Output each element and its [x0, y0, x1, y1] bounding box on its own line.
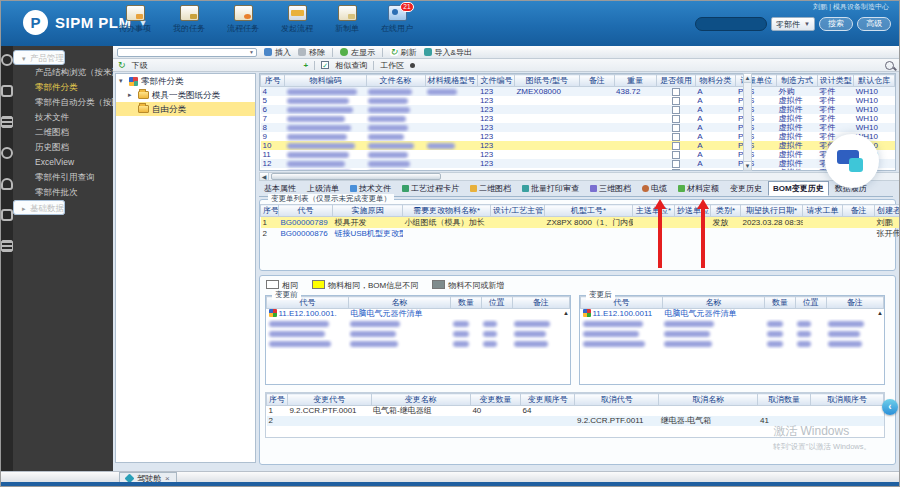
scroll-up-icon[interactable]: ▲: [877, 310, 883, 316]
table-row[interactable]: 1BG00000789模具开发小组图纸（模具）加长ZX8PX 8000（1、门内…: [261, 217, 900, 229]
table-row[interactable]: 5123APCS虚拟件零件WH10: [261, 96, 895, 105]
table-row[interactable]: 11123APCS虚拟件零件WH10: [261, 150, 895, 159]
cell-link[interactable]: 11.E12.100.0011: [593, 309, 653, 318]
column-header[interactable]: 取消代号: [575, 394, 659, 406]
checkbox[interactable]: [672, 142, 680, 150]
tree-node[interactable]: 自由分类: [116, 102, 255, 116]
column-header[interactable]: 设计/工艺主管*: [491, 205, 545, 217]
table-row[interactable]: 8123APCS虚拟件零件WH10: [261, 123, 895, 132]
search-button[interactable]: 搜索: [819, 17, 853, 31]
column-header[interactable]: 变更名称: [371, 394, 470, 406]
column-header[interactable]: 设计类型: [817, 75, 854, 87]
toolbar-button[interactable]: ↻刷新: [390, 47, 417, 58]
panel-icon[interactable]: [1, 240, 13, 252]
table-row[interactable]: [267, 329, 570, 339]
scroll-up-icon[interactable]: ▲: [744, 74, 751, 83]
checkbox[interactable]: [672, 169, 680, 172]
workspace-label[interactable]: 工作区: [380, 60, 404, 71]
table-row[interactable]: 6123APCS虚拟件零件WH10: [261, 105, 895, 114]
nav-search-icon[interactable]: [1, 54, 13, 66]
vertical-scrollbar[interactable]: ▲ ▼: [743, 73, 752, 171]
column-header[interactable]: 制造方式: [777, 75, 818, 87]
tab-item[interactable]: 二维图档: [465, 181, 516, 196]
toolbar-button[interactable]: 移除: [298, 47, 325, 58]
horizontal-scrollbar[interactable]: ◀: [259, 172, 900, 181]
support-icon[interactable]: [1, 178, 13, 190]
column-header[interactable]: 位置: [795, 297, 826, 309]
table-row[interactable]: 11.E12.100.0011电脑电气元器件清单: [581, 309, 884, 320]
column-header[interactable]: 变更数量: [470, 394, 520, 406]
column-header[interactable]: 序号: [267, 394, 288, 406]
column-header[interactable]: 重量: [614, 75, 657, 87]
column-header[interactable]: 默认仓库: [854, 75, 895, 87]
column-header[interactable]: 取消顺序号: [810, 394, 883, 406]
checkbox[interactable]: [672, 133, 680, 141]
library-icon[interactable]: [1, 116, 13, 128]
table-row[interactable]: 13123APCS虚拟件零件WH10: [261, 168, 895, 171]
tab-item[interactable]: 电缆: [637, 181, 672, 196]
column-header[interactable]: 材料规格型号: [425, 75, 478, 87]
checkbox[interactable]: [672, 151, 680, 159]
cell-link[interactable]: BG00000789: [281, 218, 328, 227]
cell-link[interactable]: 电脑电气元器件清单: [664, 309, 736, 318]
column-header[interactable]: 备注: [579, 75, 614, 87]
scroll-up-icon[interactable]: ▲: [563, 310, 569, 316]
table-row[interactable]: [267, 319, 570, 329]
cell-link[interactable]: 11.E12.100.001.: [279, 309, 337, 318]
column-header[interactable]: 期望执行日期*: [741, 205, 803, 217]
table-row[interactable]: 2BG00000876链接USB机型更改型号张开伟: [261, 228, 900, 239]
column-header[interactable]: 取消数量: [758, 394, 810, 406]
checkbox[interactable]: [672, 115, 680, 123]
advanced-search-button[interactable]: 高级: [857, 17, 891, 31]
scroll-left-icon[interactable]: ◀: [260, 173, 269, 180]
checkbox[interactable]: [672, 106, 680, 114]
search-input[interactable]: [695, 17, 767, 31]
column-header[interactable]: 文件编号: [478, 75, 515, 87]
column-header[interactable]: 物料编码: [285, 75, 366, 87]
similar-query-checkbox[interactable]: ✓: [321, 61, 329, 69]
tab-active[interactable]: BOM变更历史: [768, 181, 829, 196]
column-header[interactable]: 图纸号/型号: [514, 75, 579, 87]
topbar-action[interactable]: 发起流程: [281, 5, 313, 34]
cell-link[interactable]: 链接USB机型更改型号: [335, 229, 403, 238]
topbar-action[interactable]: 待办事项: [119, 5, 151, 34]
sidebar-item[interactable]: ▸基础数据: [13, 200, 65, 215]
column-header[interactable]: 名称: [348, 297, 450, 309]
toolbar-combo-input[interactable]: ▼: [117, 48, 257, 57]
column-header[interactable]: 变更顺序号: [521, 394, 575, 406]
checkbox[interactable]: [672, 88, 680, 96]
chat-icon[interactable]: [1, 147, 13, 159]
checkbox[interactable]: [672, 97, 680, 105]
tree-root-node[interactable]: ▾零部件分类: [116, 74, 255, 88]
table-row[interactable]: [267, 339, 570, 349]
table-row[interactable]: [581, 319, 884, 329]
column-header[interactable]: 名称: [662, 297, 764, 309]
column-header[interactable]: 备注: [826, 297, 883, 309]
topbar-action[interactable]: 我的任务: [173, 5, 205, 34]
checkbox[interactable]: [672, 160, 680, 168]
collapse-panel-button[interactable]: ‹: [882, 399, 898, 415]
column-header[interactable]: 代号: [279, 205, 333, 217]
scroll-down-icon[interactable]: ▼: [744, 161, 751, 170]
column-header[interactable]: 请求工单: [803, 205, 843, 217]
book-icon[interactable]: [1, 209, 13, 221]
column-header[interactable]: 取消名称: [659, 394, 758, 406]
column-header[interactable]: 序号: [261, 75, 285, 87]
column-header[interactable]: 创建者: [875, 205, 900, 217]
column-header[interactable]: 位置: [481, 297, 512, 309]
column-header[interactable]: 是否领用: [657, 75, 696, 87]
tab-item[interactable]: 批量打印审查: [517, 181, 584, 196]
tab-item[interactable]: 材料定额: [673, 181, 724, 196]
toolbar-button[interactable]: 左显示: [340, 47, 375, 58]
column-header[interactable]: 数量: [765, 297, 796, 309]
table-row[interactable]: [581, 329, 884, 339]
column-header[interactable]: 变更代号: [287, 394, 371, 406]
column-header[interactable]: 机型工号*: [545, 205, 633, 217]
column-header[interactable]: 备注: [512, 297, 569, 309]
table-row[interactable]: 12123APCS虚拟件零件WH10: [261, 159, 895, 168]
table-row[interactable]: 11.E12.100.001.电脑电气元器件清单: [267, 309, 570, 320]
cell-link[interactable]: 电脑电气元器件清单: [350, 309, 422, 318]
search-category-dropdown[interactable]: 零部件 ▼: [771, 17, 815, 31]
add-icon[interactable]: +: [304, 61, 309, 70]
table-row[interactable]: 9123APCS虚拟件零件WH10: [261, 132, 895, 141]
